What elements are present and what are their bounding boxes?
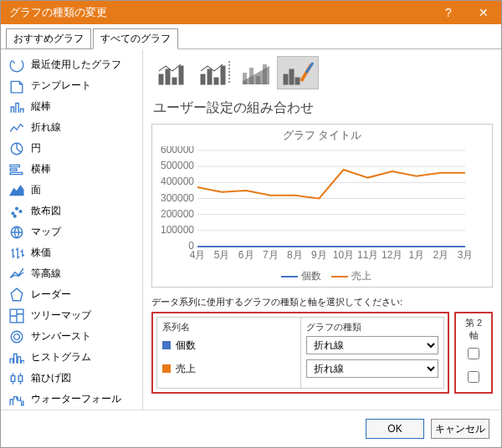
radar-chart-icon	[9, 288, 24, 302]
pie-chart-icon	[9, 142, 24, 155]
svg-text:500000: 500000	[161, 160, 194, 171]
sidebar-item-stock[interactable]: 株価	[1, 242, 142, 263]
svg-text:5月: 5月	[214, 249, 230, 261]
sidebar-item-pie[interactable]: 円	[1, 138, 142, 159]
dialog-title: グラフの種類の変更	[9, 5, 431, 20]
sidebar-item-column[interactable]: 縦棒	[1, 96, 142, 117]
svg-text:2月: 2月	[433, 249, 449, 261]
series-color-chip	[162, 341, 171, 349]
series-type-select-0[interactable]: 折れ線	[306, 336, 439, 354]
sidebar-item-boxwhisker[interactable]: 箱ひげ図	[1, 368, 142, 389]
svg-rect-11	[172, 78, 177, 84]
svg-text:400000: 400000	[161, 176, 194, 187]
sidebar-item-label: 株価	[31, 246, 51, 260]
waterfall-icon	[9, 393, 24, 406]
combo-subtype-3[interactable]	[235, 56, 277, 89]
svg-rect-9	[159, 74, 163, 84]
section-title: ユーザー設定の組み合わせ	[153, 99, 493, 117]
chart-type-sidebar: 最近使用したグラフ テンプレート 縦棒 折れ線 円 横棒 面 散布図 マップ 株…	[1, 49, 143, 410]
ok-button[interactable]: OK	[366, 419, 424, 439]
series-type-select-1[interactable]: 折れ線	[306, 359, 439, 378]
sidebar-item-label: 等高線	[31, 267, 61, 281]
secondary-axis-checkbox-0[interactable]	[468, 348, 479, 359]
svg-text:600000: 600000	[161, 146, 194, 155]
sidebar-item-map[interactable]: マップ	[1, 221, 142, 242]
combo-subtype-2[interactable]	[193, 56, 235, 89]
legend-swatch-uriage	[331, 276, 348, 277]
svg-text:11月: 11月	[357, 249, 378, 261]
svg-text:4月: 4月	[190, 249, 206, 261]
recent-icon	[9, 59, 24, 72]
legend-swatch-kosu	[281, 276, 298, 277]
sidebar-item-radar[interactable]: レーダー	[1, 284, 142, 305]
line-chart-icon	[9, 121, 24, 135]
sidebar-item-template[interactable]: テンプレート	[1, 75, 142, 96]
chart-legend: 個数 売上	[156, 269, 489, 283]
series-name: 個数	[176, 339, 196, 353]
sidebar-item-label: 面	[31, 183, 41, 197]
sidebar-item-label: 最近使用したグラフ	[31, 58, 121, 72]
svg-rect-12	[179, 66, 183, 84]
stock-chart-icon	[9, 247, 24, 260]
chart-preview-title: グラフ タイトル	[156, 128, 489, 143]
svg-rect-24	[295, 78, 300, 84]
sidebar-item-surface[interactable]: 等高線	[1, 263, 142, 284]
combo-subtype-custom[interactable]	[277, 56, 319, 89]
sidebar-item-label: 横棒	[31, 162, 51, 176]
surface-chart-icon	[9, 267, 24, 281]
boxwhisker-icon	[9, 372, 24, 385]
sidebar-item-recent[interactable]: 最近使用したグラフ	[1, 54, 142, 75]
bar-chart-icon	[9, 163, 24, 176]
series-row: 個数	[162, 333, 295, 357]
sidebar-item-sunburst[interactable]: サンバースト	[1, 326, 142, 347]
svg-text:300000: 300000	[161, 192, 194, 204]
combo-subtype-strip	[151, 54, 493, 91]
series-row: 売上	[162, 357, 295, 380]
template-icon	[9, 79, 24, 93]
sidebar-item-label: 縦棒	[31, 99, 51, 114]
series-config: 系列名 個数 売上 グラフの種類 折れ線 折れ線 第 2 軸	[151, 312, 493, 394]
tab-all-charts[interactable]: すべてのグラフ	[93, 28, 178, 49]
histogram-icon	[9, 351, 24, 364]
secondary-axis-checkbox-1[interactable]	[468, 371, 479, 383]
sidebar-item-label: 箱ひげ図	[31, 371, 71, 385]
svg-text:9月: 9月	[311, 249, 327, 261]
sidebar-item-label: テンプレート	[31, 79, 91, 93]
sidebar-item-histogram[interactable]: ヒストグラム	[1, 347, 142, 368]
tab-recommended[interactable]: おすすめグラフ	[6, 28, 91, 49]
combo-subtype-1[interactable]	[151, 56, 193, 89]
main-panel: ユーザー設定の組み合わせ グラフ タイトル 010000020000030000…	[143, 49, 501, 410]
svg-point-3	[19, 210, 22, 212]
sidebar-item-scatter[interactable]: 散布図	[1, 201, 142, 221]
sunburst-icon	[9, 330, 24, 344]
svg-point-4	[13, 215, 16, 217]
svg-text:1月: 1月	[408, 249, 424, 261]
sidebar-item-treemap[interactable]: ツリーマップ	[1, 305, 142, 326]
sidebar-item-label: 散布図	[31, 204, 61, 218]
dialog-footer: OK キャンセル	[1, 410, 501, 447]
sidebar-item-waterfall[interactable]: ウォーターフォール	[1, 389, 142, 410]
change-chart-type-dialog: グラフの種類の変更 ? ✕ おすすめグラフ すべてのグラフ 最近使用したグラフ …	[0, 0, 502, 448]
column-chart-icon	[9, 100, 24, 114]
sidebar-item-area[interactable]: 面	[1, 180, 142, 201]
cancel-button[interactable]: キャンセル	[431, 419, 489, 439]
sidebar-item-label: マップ	[31, 225, 61, 239]
sidebar-item-label: ウォーターフォール	[31, 392, 121, 406]
scatter-chart-icon	[9, 205, 24, 218]
sidebar-item-line[interactable]: 折れ線	[1, 117, 142, 138]
treemap-icon	[9, 309, 24, 323]
close-button[interactable]: ✕	[466, 1, 501, 24]
sidebar-item-label: 折れ線	[31, 120, 61, 135]
svg-rect-13	[201, 74, 205, 84]
sidebar-item-bar[interactable]: 横棒	[1, 159, 142, 180]
chart-preview-svg: 01000002000003000004000005000006000004月5…	[156, 146, 474, 263]
sidebar-item-label: レーダー	[31, 288, 71, 302]
svg-point-1	[12, 211, 14, 214]
sidebar-item-label: 円	[31, 141, 41, 155]
help-button[interactable]: ?	[431, 1, 466, 24]
svg-rect-22	[284, 74, 288, 84]
legend-label: 売上	[351, 270, 371, 282]
svg-rect-16	[221, 66, 225, 84]
svg-rect-14	[207, 69, 212, 84]
sidebar-item-label: ヒストグラム	[31, 350, 91, 364]
